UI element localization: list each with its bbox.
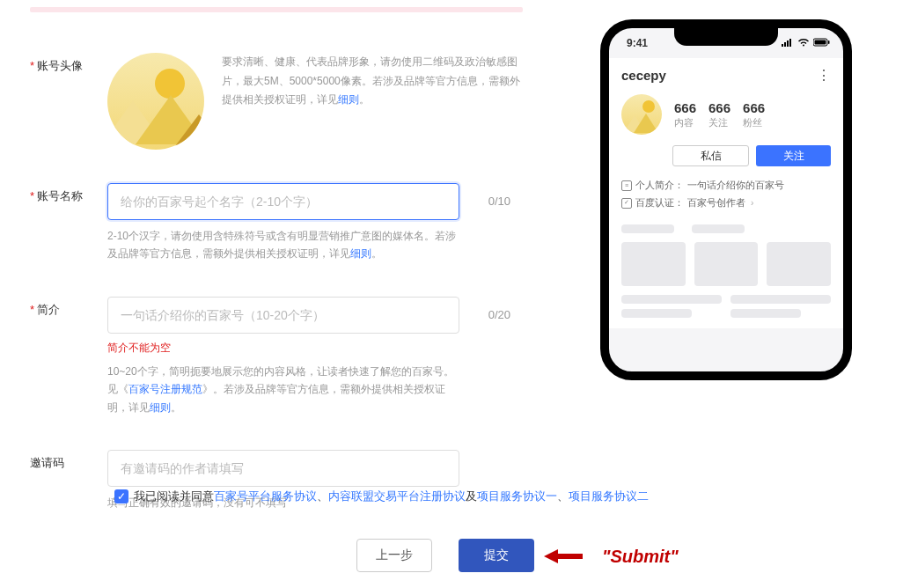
profile-cert: ✓ 百度认证：百家号创作者› (621, 195, 831, 212)
agreement-link-1[interactable]: 百家号平台服务协议 (214, 489, 317, 504)
feed-line-placeholder (621, 309, 692, 318)
agreement-row: ✓ 我已阅读并同意 百家号平台服务协议 、 内容联盟交易平台注册协议 及 项目服… (114, 489, 766, 504)
intro-hint: 10~20个字，简明扼要地展示您的内容风格，让读者快速了解您的百家号。见《百家号… (107, 363, 459, 416)
feed-line-placeholder (730, 309, 801, 318)
intro-error: 简介不能为空 (107, 341, 523, 356)
wifi-icon (797, 37, 810, 49)
avatar-rules-link[interactable]: 细则 (338, 93, 359, 106)
name-input[interactable] (107, 183, 459, 220)
feed-card-placeholder (621, 242, 686, 286)
svg-rect-1 (782, 44, 783, 47)
svg-rect-3 (787, 40, 789, 47)
feed-line-placeholder (730, 295, 831, 304)
svg-rect-7 (828, 40, 830, 44)
required-star: * (30, 59, 34, 72)
avatar-row: *账号头像 要求清晰、健康、代表品牌形象，请勿使用二维码及政治敏感图片，最大5M… (30, 53, 523, 150)
intro-label: 简介 (37, 303, 60, 316)
phone-preview: 9:41 cecepy ⋮ 666 内容 (600, 19, 852, 380)
svg-marker-0 (544, 549, 583, 563)
button-row: 上一步 提交 (356, 539, 534, 572)
stat-posts: 666 内容 (674, 100, 696, 129)
intro-input[interactable] (107, 297, 459, 334)
intro-row: *简介 0/20 简介不能为空 10~20个字，简明扼要地展示您的内容风格，让读… (30, 297, 523, 416)
form-container: *账号头像 要求清晰、健康、代表品牌形象，请勿使用二维码及政治敏感图片，最大5M… (30, 53, 523, 511)
profile-username: cecepy (621, 68, 666, 83)
cert-icon: ✓ (621, 198, 632, 209)
feed-tab-placeholder (621, 224, 674, 233)
intro-counter: 0/20 (488, 297, 510, 334)
feed-line-placeholder (621, 295, 722, 304)
follow-button[interactable]: 关注 (756, 145, 831, 166)
submit-button[interactable]: 提交 (459, 539, 534, 572)
feed-cards (621, 242, 831, 286)
status-time: 9:41 (627, 37, 648, 49)
agreement-link-2[interactable]: 内容联盟交易平台注册协议 (328, 489, 466, 504)
agreement-prefix: 我已阅读并同意 (134, 489, 214, 504)
svg-rect-6 (815, 40, 826, 45)
intro-rules-link[interactable]: 细则 (150, 401, 171, 414)
progress-bar (30, 7, 523, 12)
feed-card-placeholder (767, 242, 831, 286)
name-counter: 0/10 (488, 183, 510, 220)
name-hint: 2-10个汉字，请勿使用含特殊符号或含有明显营销推广意图的媒体名。若涉及品牌等官… (107, 227, 459, 263)
name-label: 账号名称 (37, 189, 83, 202)
stat-following: 666 关注 (708, 100, 730, 129)
profile-bio: ≡ 个人简介：一句话介绍你的百家号 (621, 177, 831, 195)
stat-followers: 666 粉丝 (743, 100, 765, 129)
check-icon: ✓ (117, 491, 126, 502)
name-rules-link[interactable]: 细则 (350, 247, 371, 260)
annotation-text: "Submit" (602, 547, 679, 567)
name-row: *账号名称 0/10 2-10个汉字，请勿使用含特殊符号或含有明显营销推广意图的… (30, 183, 523, 263)
agreement-link-3[interactable]: 项目服务协议一 (477, 489, 557, 504)
invite-label: 邀请码 (30, 456, 64, 469)
agreement-checkbox[interactable]: ✓ (114, 489, 128, 503)
chevron-right-icon: › (751, 195, 753, 211)
more-icon[interactable]: ⋮ (817, 67, 831, 84)
agreement-link-4[interactable]: 项目服务协议二 (569, 489, 649, 504)
intro-spec-link[interactable]: 百家号注册规范 (128, 383, 202, 395)
signal-icon (782, 37, 794, 49)
feed-tabs (621, 224, 831, 233)
message-button[interactable]: 私信 (672, 145, 749, 166)
feed-tab-placeholder (692, 224, 745, 233)
svg-rect-2 (784, 42, 786, 47)
bio-icon: ≡ (621, 180, 632, 191)
invite-input[interactable] (107, 450, 459, 487)
feed-text-rows (621, 295, 831, 318)
avatar-label: 账号头像 (37, 59, 83, 72)
battery-icon (813, 37, 831, 49)
avatar-description: 要求清晰、健康、代表品牌形象，请勿使用二维码及政治敏感图片，最大5M、5000*… (222, 53, 523, 110)
feed-card-placeholder (694, 242, 759, 286)
svg-rect-4 (789, 39, 791, 47)
arrow-icon (544, 546, 597, 567)
required-star: * (30, 303, 34, 316)
annotation-arrow: "Submit" (544, 546, 679, 567)
required-star: * (30, 189, 34, 202)
phone-notch (674, 26, 778, 46)
profile-avatar (621, 94, 662, 135)
avatar-upload[interactable] (107, 53, 204, 150)
prev-button[interactable]: 上一步 (356, 539, 432, 572)
